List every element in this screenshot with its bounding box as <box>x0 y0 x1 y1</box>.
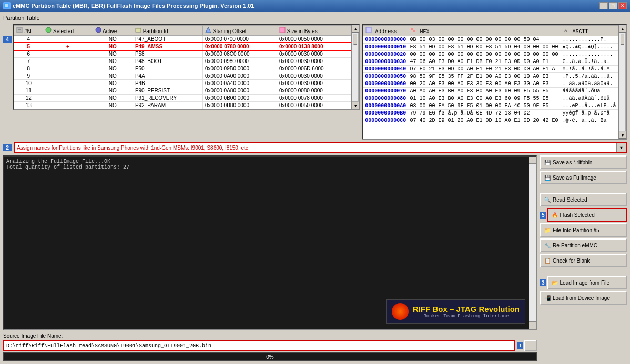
save-riffpbin-label: Save as *.riffpbin <box>553 160 592 165</box>
svg-rect-9 <box>366 27 371 33</box>
partition-combo[interactable]: Assign names for Partitions like in Sams… <box>14 142 627 153</box>
file-into-partition-button[interactable]: 📁 File Into Partition #5 <box>540 223 627 237</box>
scroll-up-btn[interactable]: ▲ <box>352 25 359 33</box>
source-label: Source Image File Name: <box>3 333 537 339</box>
repartition-emmc-button[interactable]: 🔧 Re-Partition eMMC <box>540 238 627 252</box>
hex-row: 000000000003047 06 A0 E3 D0 A0 E1 DB F0 … <box>363 58 618 66</box>
minimize-button[interactable]: _ <box>599 2 608 9</box>
riff-banner: RIFF Box – JTAG Revolution Rocker Team F… <box>386 299 525 324</box>
file-into-partition-icon: 📁 <box>544 227 551 233</box>
check-blank-label: Check for Blank <box>553 258 590 264</box>
file-into-partition-label: File Into Partition #5 <box>553 227 599 233</box>
log-line-2: Total quantity of listed partitions: 27 <box>6 164 534 170</box>
table-row[interactable]: 11NOP90_PERSIST0x0000 0A80 00000x0000 00… <box>14 87 351 95</box>
repartition-emmc-icon: 🔧 <box>544 243 551 248</box>
source-input-row: 1 ... <box>3 340 537 351</box>
riff-subtitle: Rocker Team Flashing Interface <box>413 314 520 319</box>
maximize-button[interactable]: □ <box>609 2 617 9</box>
table-row[interactable]: 4NOP47_ABOOT0x0000 0700 00000x0000 0050 … <box>14 36 351 43</box>
source-input[interactable] <box>3 340 515 351</box>
repartition-emmc-label: Re-Partition eMMC <box>553 243 597 248</box>
browse-button[interactable]: ... <box>524 340 537 351</box>
svg-rect-8 <box>280 27 285 33</box>
hex-scroll-thumb[interactable] <box>621 34 624 45</box>
read-selected-label: Read Selected <box>553 197 587 203</box>
riff-title: RIFF Box – JTAG Revolution <box>413 305 520 314</box>
combo-section: 2 Assign names for Partitions like in Sa… <box>3 142 627 153</box>
hex-row: 00000000000000B 00 03 00 00 00 00 00 00 … <box>363 36 618 44</box>
hex-row: 0000000000070A0 A0 A0 E3 B0 A0 E3 B0 A0 … <box>363 88 618 95</box>
save-riffpbin-button[interactable]: 💾 Save as *.riffpbin <box>540 155 627 169</box>
save-fullimage-button[interactable]: 💾 Save as FullImage <box>540 171 627 184</box>
svg-point-5 <box>96 27 101 33</box>
col-n: #N <box>14 26 43 36</box>
hex-row: 000000000002000 00 00 00 00 00 00 00 00 … <box>363 51 618 58</box>
scroll-track[interactable] <box>352 33 359 102</box>
hex-row: 000000000006000 20 A0 E3 00 A0 E3 30 E3 … <box>363 80 618 88</box>
hex-row: 00000000000A003 00 00 EA 50 9F E5 01 00 … <box>363 102 618 110</box>
table-row[interactable]: 13NOP92_PARAM0x0000 0B80 00000x0000 0050… <box>14 102 351 109</box>
progress-text: 0% <box>4 353 536 360</box>
marker-3: 3 <box>540 279 546 286</box>
flash-selected-button[interactable]: 🔥 Flash Selected <box>547 208 627 222</box>
hex-row: 0000000000040D7 F0 21 E3 0D D0 A0 E1 F0 … <box>363 66 618 73</box>
hex-col-hex: HEX <box>408 26 561 36</box>
source-section: Source Image File Name: 1 ... 0% <box>3 333 537 361</box>
col-starting-offset: Starting Offset <box>203 26 277 36</box>
table-row[interactable]: 7NOP48_BOOT0x0000 0980 00000x0000 0030 0… <box>14 58 351 65</box>
load-image-file-button[interactable]: 📂 Load Image from File <box>547 276 627 289</box>
flash-selected-icon: 🔥 <box>552 212 558 218</box>
marker-5: 5 <box>540 212 546 219</box>
table-row[interactable]: 5+NOP49_AMSS0x0000 0780 00000x0000 0138 … <box>14 43 351 50</box>
read-selected-button[interactable]: 🔍 Read Selected <box>540 193 627 206</box>
check-blank-icon: 📋 <box>544 258 551 264</box>
source-marker-1: 1 <box>517 342 523 349</box>
bottom-section: Analizing the FullImage File...OK Total … <box>3 155 627 361</box>
svg-rect-6 <box>136 28 141 32</box>
riff-icon <box>392 303 409 320</box>
hex-row: 000000000008001 10 A0 E3 B0 A0 E3 C0 A0 … <box>363 95 618 102</box>
log-scroll-up[interactable]: ▲ <box>529 157 536 164</box>
save-riffpbin-icon: 💾 <box>544 160 551 165</box>
hex-viewer: Address HEX A ASCII <box>362 24 627 140</box>
partition-table-container[interactable]: #N Selected Active <box>14 25 351 109</box>
table-row[interactable]: 9NOP4A0x0000 0A00 00000x0000 0030 0000 <box>14 72 351 80</box>
table-row[interactable]: 8NOP500x0000 09B0 00000x0000 006D 6000 <box>14 65 351 72</box>
load-image-file-icon: 📂 <box>552 280 558 286</box>
table-row[interactable]: 12NOP91_RECOVERY0x0000 0B00 00000x0000 0… <box>14 95 351 102</box>
hex-scroll-up[interactable]: ▲ <box>619 25 626 33</box>
hex-scrollbar[interactable]: ▲ ▼ <box>618 25 626 139</box>
scroll-thumb[interactable] <box>353 34 357 45</box>
right-panel: 💾 Save as *.riffpbin 💾 Save as FullImage… <box>540 155 627 361</box>
progress-bar-container: 0% <box>3 352 537 361</box>
hex-table-container[interactable]: Address HEX A ASCII <box>363 25 618 139</box>
log-scrollbar[interactable]: ▲ ▼ <box>529 157 536 329</box>
hex-row: 000000000005098 50 9F E5 35 FF 2F E1 00 … <box>363 73 618 80</box>
table-row[interactable]: 6NOP580x0000 08C0 00000x0000 0030 0000 <box>14 50 351 58</box>
window-title: eMMC Partition Table (MBR, EBR) FullFlas… <box>13 3 254 9</box>
close-button[interactable]: ✕ <box>618 2 627 9</box>
scroll-down-btn[interactable]: ▼ <box>352 102 359 109</box>
svg-rect-11 <box>413 30 415 32</box>
combo-arrow[interactable]: ▼ <box>616 143 626 152</box>
table-row[interactable]: 10NOP4B0x0000 0A40 00000x0000 0030 0000 <box>14 80 351 87</box>
partition-data-table: #N Selected Active <box>14 25 351 109</box>
flash-selected-label: Flash Selected <box>560 212 595 218</box>
hex-scroll-down[interactable]: ▼ <box>619 131 626 139</box>
log-scroll-track[interactable] <box>529 164 536 321</box>
check-blank-button[interactable]: 📋 Check for Blank <box>540 254 627 267</box>
partition-scrollbar[interactable]: ▲ ▼ <box>351 25 359 109</box>
hex-col-address: Address <box>363 26 408 36</box>
svg-rect-10 <box>411 28 413 30</box>
marker-2: 2 <box>3 144 12 151</box>
title-bar-controls[interactable]: _ □ ✕ <box>599 2 627 9</box>
hex-row: 0000000000010F8 51 0D 00 F8 51 0D 00 F8 … <box>363 44 618 51</box>
hex-scroll-track[interactable] <box>619 33 626 131</box>
load-image-device-button[interactable]: 📲 Load from Device Image <box>540 291 627 305</box>
title-bar: eMMC Partition Table (MBR, EBR) FullFlas… <box>0 0 630 12</box>
app-icon <box>3 2 11 9</box>
partition-table-section: 4 #N <box>3 24 627 140</box>
hex-data-table: Address HEX A ASCII <box>363 25 618 124</box>
hex-col-ascii: A ASCII <box>561 26 618 36</box>
log-scroll-down[interactable]: ▼ <box>529 321 536 329</box>
